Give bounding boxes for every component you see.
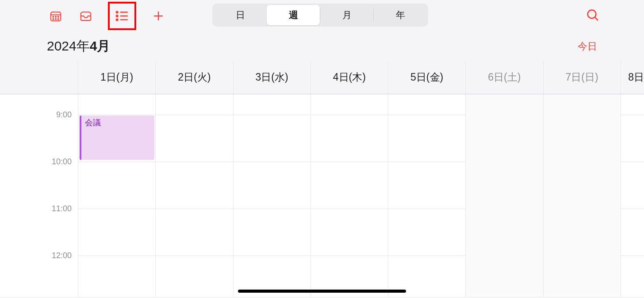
svg-point-8 <box>116 12 118 13</box>
day-col-sun[interactable] <box>543 94 621 297</box>
list-icon-highlighted[interactable] <box>108 2 136 30</box>
day-header-tue[interactable]: 2日(火) <box>155 61 233 94</box>
view-segmented-control: 日 週 月 年 <box>212 4 428 27</box>
time-gutter: 9:00 10:00 11:00 12:00 <box>0 94 78 297</box>
svg-point-16 <box>588 10 596 19</box>
svg-point-6 <box>55 19 56 19</box>
day-header-mon[interactable]: 1日(月) <box>78 61 155 94</box>
segment-day[interactable]: 日 <box>214 5 267 25</box>
day-header-next[interactable]: 8日 <box>621 61 644 94</box>
day-col-next[interactable] <box>621 94 644 297</box>
search-icon[interactable] <box>586 8 600 24</box>
calendars-icon[interactable] <box>48 8 64 24</box>
time-label: 11:00 <box>52 204 72 213</box>
today-button[interactable]: 今日 <box>578 40 597 53</box>
svg-point-2 <box>53 16 54 17</box>
time-gutter-header <box>0 61 78 94</box>
svg-point-3 <box>55 16 56 17</box>
toolbar: 日 週 月 年 <box>0 0 644 32</box>
title-row: 2024年4月 今日 <box>0 32 644 61</box>
day-col-mon[interactable]: 会議 <box>78 94 155 297</box>
day-header-fri[interactable]: 5日(金) <box>388 61 465 94</box>
day-header-thu[interactable]: 4日(木) <box>310 61 388 94</box>
svg-line-17 <box>595 17 598 20</box>
time-label: 10:00 <box>52 157 72 166</box>
svg-point-10 <box>116 15 118 17</box>
segment-week[interactable]: 週 <box>267 5 320 25</box>
toolbar-left <box>48 2 166 30</box>
home-indicator <box>238 290 406 293</box>
event-title: 会議 <box>85 118 101 127</box>
calendar-event[interactable]: 会議 <box>80 116 154 160</box>
day-headers: 1日(月) 2日(火) 3日(水) 4日(木) 5日(金) 6日(土) 7日(日… <box>0 61 644 94</box>
svg-point-12 <box>116 19 118 21</box>
add-event-button[interactable] <box>150 8 166 24</box>
time-label: 12:00 <box>52 251 72 260</box>
day-col-tue[interactable] <box>155 94 233 297</box>
svg-point-5 <box>53 19 54 19</box>
day-header-sun[interactable]: 7日(日) <box>543 61 621 94</box>
inbox-icon[interactable] <box>78 8 94 24</box>
month-title: 2024年4月 <box>47 37 110 55</box>
day-col-fri[interactable] <box>388 94 465 297</box>
day-col-thu[interactable] <box>310 94 388 297</box>
day-col-wed[interactable] <box>233 94 310 297</box>
week-grid: 9:00 10:00 11:00 12:00 会議 <box>0 94 644 297</box>
year-text: 2024年 <box>47 39 90 53</box>
day-header-sat[interactable]: 6日(土) <box>465 61 543 94</box>
svg-point-7 <box>58 19 59 19</box>
day-header-wed[interactable]: 3日(水) <box>233 61 310 94</box>
segment-month[interactable]: 月 <box>320 5 373 25</box>
day-columns: 会議 <box>78 94 644 297</box>
segment-year[interactable]: 年 <box>374 5 427 25</box>
day-col-sat[interactable] <box>465 94 543 297</box>
svg-point-4 <box>58 16 59 17</box>
time-label: 9:00 <box>56 110 72 120</box>
month-text: 4月 <box>90 39 111 53</box>
